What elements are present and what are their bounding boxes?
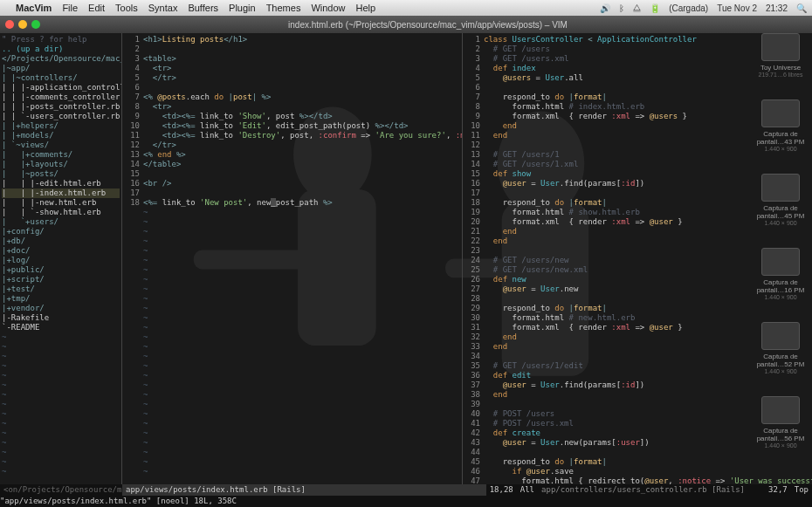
menu-edit[interactable]: Edit (88, 3, 105, 13)
code-line[interactable]: 9 <td><%= link_to 'Show', post %></td> (124, 112, 460, 121)
code-line[interactable]: 12 (464, 140, 810, 150)
code-line[interactable]: 22 end (464, 236, 810, 246)
tree-item[interactable]: |~app/ (2, 64, 120, 73)
close-button[interactable] (5, 20, 14, 29)
tree-item[interactable]: | | |-new.html.erb (2, 198, 120, 208)
code-line[interactable]: 18 respond_to do |format| (464, 198, 810, 208)
code-line[interactable]: 5 @users = User.all (464, 73, 810, 83)
code-line[interactable]: 12 </tr> (124, 140, 460, 150)
code-line[interactable]: 29 respond_to do |format| (464, 304, 810, 313)
code-line[interactable]: 38 end (464, 390, 810, 400)
code-line[interactable]: 21 end (464, 227, 810, 236)
code-line[interactable]: 13 # GET /users/1 (464, 150, 810, 160)
tree-item[interactable]: | `~views/ (2, 140, 120, 150)
code-line[interactable]: 7<% @posts.each do |post| %> (124, 92, 460, 102)
tree-item[interactable]: | |~controllers/ (2, 73, 120, 83)
code-line[interactable]: 28 (464, 294, 810, 304)
menu-buffers[interactable]: Buffers (188, 3, 218, 13)
code-line[interactable]: 31 format.xml { render :xml => @user } (464, 323, 810, 332)
menu-syntax[interactable]: Syntax (148, 3, 178, 13)
code-line[interactable]: 32 end (464, 332, 810, 342)
code-line[interactable]: 34 (464, 352, 810, 361)
tree-item[interactable]: | | `-show.html.erb (2, 208, 120, 217)
code-line[interactable]: 5 </tr> (124, 73, 460, 83)
tree-item[interactable]: | |+helpers/ (2, 121, 120, 131)
code-line[interactable]: 6 (124, 83, 460, 92)
code-line[interactable]: 30 format.html # new.html.erb (464, 313, 810, 323)
tree-item[interactable]: | | |-edit.html.erb (2, 179, 120, 188)
code-line[interactable]: 43 @user = User.new(params[:user]) (464, 438, 810, 448)
tree-item[interactable]: | | `-users_controller.rb (2, 112, 120, 121)
code-line[interactable]: 11 <td><%= link_to 'Destroy', post, :con… (124, 131, 460, 140)
zoom-button[interactable] (31, 20, 40, 29)
code-line[interactable]: 3 # GET /users.xml (464, 54, 810, 64)
code-line[interactable]: 24 # GET /users/new (464, 256, 810, 265)
tree-item[interactable]: " Press ? for help (2, 35, 120, 45)
menu-tools[interactable]: Tools (115, 3, 138, 13)
code-line[interactable]: 1<h1>Listing posts</h1> (124, 35, 460, 45)
right-code-pane[interactable]: 1class UsersController < ApplicationCont… (463, 33, 812, 484)
nerdtree-pane[interactable]: " Press ? for help.. (up a dir)</Project… (0, 33, 122, 484)
code-line[interactable]: 41 # POST /users.xml (464, 419, 810, 428)
tree-item[interactable]: |+log/ (2, 256, 120, 265)
code-line[interactable]: 25 # GET /users/new.xml (464, 265, 810, 275)
tree-item[interactable]: </Projects/Opensource/mac_vim/ (2, 54, 120, 64)
tree-item[interactable]: | |+comments/ (2, 150, 120, 160)
code-line[interactable]: 10 end (464, 121, 810, 131)
code-line[interactable]: 16 @user = User.find(params[:id]) (464, 179, 810, 188)
code-line[interactable]: 15 (124, 169, 460, 179)
code-line[interactable]: 44 (464, 448, 810, 457)
tree-item[interactable]: | `+users/ (2, 217, 120, 227)
code-line[interactable]: 2 (124, 45, 460, 54)
code-line[interactable]: 16<br /> (124, 179, 460, 188)
code-line[interactable]: 6 (464, 83, 810, 92)
code-line[interactable]: 35 # GET /users/1/edit (464, 361, 810, 371)
code-line[interactable]: 2 # GET /users (464, 45, 810, 54)
command-line[interactable]: "app/views/posts/index.html.erb" [noeol]… (0, 496, 812, 507)
code-line[interactable]: 8 <tr> (124, 102, 460, 112)
menu-window[interactable]: Window (311, 3, 345, 13)
code-line[interactable]: 42 def create (464, 428, 810, 438)
code-line[interactable]: 27 @user = User.new (464, 284, 810, 294)
window-titlebar[interactable]: index.html.erb (~/Projects/Opensource/ma… (0, 16, 812, 33)
code-line[interactable]: 23 (464, 246, 810, 256)
tree-item[interactable]: |+vendor/ (2, 304, 120, 313)
tree-item[interactable]: |+script/ (2, 275, 120, 284)
minimize-button[interactable] (18, 20, 27, 29)
code-line[interactable]: 46 if @user.save (464, 467, 810, 476)
code-line[interactable]: 10 <td><%= link_to 'Edit', edit_post_pat… (124, 121, 460, 131)
left-code-pane[interactable]: 1<h1>Listing posts</h1>23<table>4 <tr>5 … (122, 33, 463, 484)
tree-item[interactable]: |-Rakefile (2, 313, 120, 323)
tree-item[interactable]: | |~posts/ (2, 169, 120, 179)
code-line[interactable]: 17 (124, 188, 460, 198)
code-line[interactable]: 17 (464, 188, 810, 198)
menubar[interactable]: MacVim FileEditToolsSyntaxBuffersPluginT… (0, 0, 812, 16)
tree-item[interactable]: | | |-posts_controller.rb (2, 102, 120, 112)
tree-item[interactable]: | |+models/ (2, 131, 120, 140)
code-line[interactable]: 14</table> (124, 160, 460, 169)
code-line[interactable]: 45 respond_to do |format| (464, 457, 810, 467)
tree-item[interactable]: | |+layouts/ (2, 160, 120, 169)
code-line[interactable]: 4 <tr> (124, 64, 460, 73)
tree-item[interactable]: `-README (2, 323, 120, 332)
code-line[interactable]: 40 # POST /users (464, 409, 810, 419)
app-name[interactable]: MacVim (16, 3, 52, 13)
spotlight-icon[interactable]: 🔍 (796, 3, 807, 13)
code-line[interactable]: 7 respond_to do |format| (464, 92, 810, 102)
tree-item[interactable]: |+test/ (2, 284, 120, 294)
clock-day[interactable]: Tue Nov 2 (717, 3, 757, 13)
code-line[interactable]: 33 end (464, 342, 810, 352)
tree-item[interactable]: |+config/ (2, 227, 120, 236)
code-line[interactable]: 19 format.html # show.html.erb (464, 208, 810, 217)
tree-item[interactable]: |+doc/ (2, 246, 120, 256)
code-line[interactable]: 15 def show (464, 169, 810, 179)
tree-item[interactable]: | | |-comments_controller.rb (2, 92, 120, 102)
menu-file[interactable]: File (62, 3, 78, 13)
code-line[interactable]: 3<table> (124, 54, 460, 64)
code-line[interactable]: 1class UsersController < ApplicationCont… (464, 35, 810, 45)
clock-time[interactable]: 21:32 (766, 3, 788, 13)
code-line[interactable]: 37 @user = User.find(params[:id]) (464, 380, 810, 390)
sound-icon[interactable]: 🔊 (600, 3, 610, 13)
code-line[interactable]: 11 end (464, 131, 810, 140)
tree-item[interactable]: | | |-index.html.erb (2, 188, 120, 198)
